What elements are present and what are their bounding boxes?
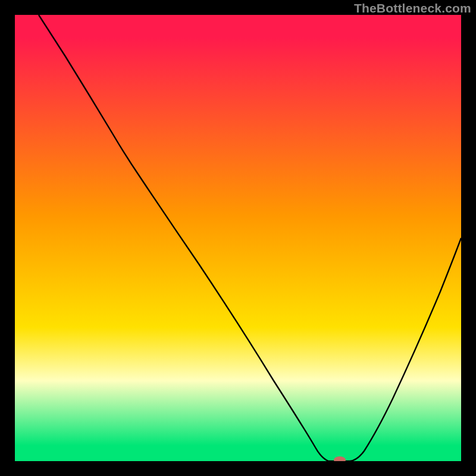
chart-stage: TheBottleneck.com <box>0 0 476 476</box>
chart-svg <box>0 0 476 476</box>
watermark-text: TheBottleneck.com <box>354 1 471 15</box>
